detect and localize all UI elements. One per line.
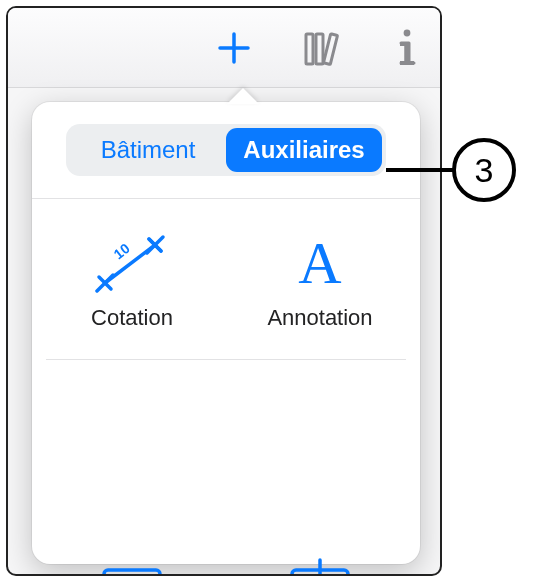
tool-guide-horizontal[interactable]: Ajouter repère horizontal xyxy=(38,529,226,576)
add-button[interactable] xyxy=(214,28,254,68)
divider xyxy=(46,359,406,360)
popover: Bâtiment Auxiliaires xyxy=(32,102,420,564)
tab-label: Auxiliaires xyxy=(243,136,364,164)
svg-rect-14 xyxy=(104,570,160,576)
svg-text:A: A xyxy=(298,231,341,295)
tab-batiment[interactable]: Bâtiment xyxy=(70,128,226,172)
books-icon xyxy=(302,28,346,68)
panel: Bâtiment Auxiliaires xyxy=(6,6,442,576)
info-icon xyxy=(394,27,420,69)
svg-rect-4 xyxy=(323,33,337,64)
svg-rect-2 xyxy=(306,34,313,64)
svg-point-5 xyxy=(404,29,411,36)
tool-label: Annotation xyxy=(267,305,372,331)
annotation-icon: A xyxy=(285,227,355,299)
svg-rect-3 xyxy=(316,34,323,64)
tool-cotation[interactable]: 10 Cotation xyxy=(38,209,226,359)
tool-guide-vertical[interactable]: Ajouter repère vertical xyxy=(226,529,414,576)
svg-rect-8 xyxy=(400,61,414,65)
callout-line xyxy=(386,168,456,172)
svg-rect-7 xyxy=(400,42,409,46)
popover-caret xyxy=(227,88,259,104)
library-button[interactable] xyxy=(302,28,346,68)
toolbar xyxy=(8,8,440,88)
tab-label: Bâtiment xyxy=(101,136,196,164)
guide-horizontal-icon xyxy=(96,547,168,576)
callout-number: 3 xyxy=(475,151,494,190)
dimension-icon: 10 xyxy=(93,227,171,299)
info-button[interactable] xyxy=(394,27,420,69)
tool-annotation[interactable]: A Annotation xyxy=(226,209,414,359)
plus-icon xyxy=(214,28,254,68)
callout-badge: 3 xyxy=(452,138,516,202)
tab-auxiliaires[interactable]: Auxiliaires xyxy=(226,128,382,172)
segmented-control: Bâtiment Auxiliaires xyxy=(66,124,386,176)
popover-body: Bâtiment Auxiliaires xyxy=(32,102,420,564)
guide-vertical-icon xyxy=(284,547,356,576)
tool-label: Cotation xyxy=(91,305,173,331)
svg-text:10: 10 xyxy=(111,240,133,262)
tool-grid: 10 Cotation A Annotation xyxy=(32,199,420,576)
